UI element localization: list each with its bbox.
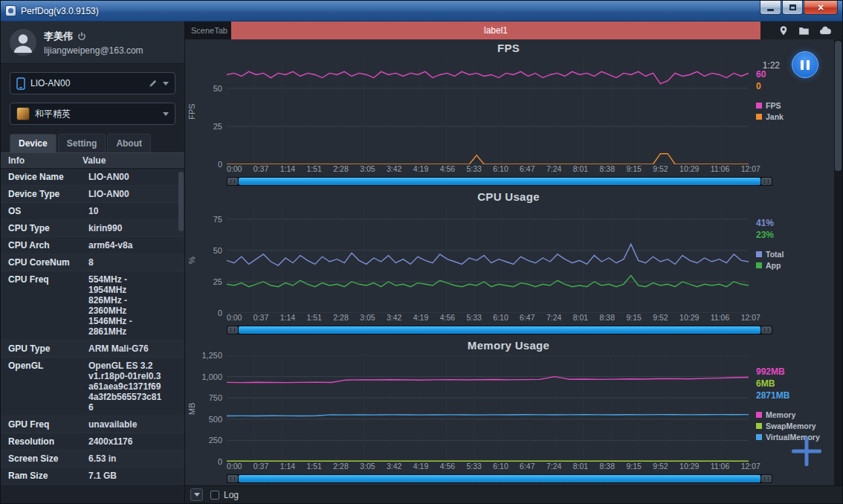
tab-setting[interactable]: Setting: [58, 134, 106, 152]
legend-item-swapmemory[interactable]: SwapMemory: [756, 421, 829, 430]
legend-item-jank[interactable]: Jank: [756, 112, 829, 121]
chart-scrollbar[interactable]: [227, 177, 772, 186]
scene-tab-label1[interactable]: label1: [231, 22, 760, 39]
legend-swatch: [756, 262, 762, 268]
info-value: 7.1 GB: [83, 468, 184, 484]
x-tick-label: 6:47: [520, 462, 534, 473]
x-tick-label: 2:28: [333, 462, 348, 473]
scene-tab-label[interactable]: SceneTab: [185, 22, 231, 39]
x-tick-label: 4:19: [413, 462, 428, 473]
table-row: Resolution2400x1176: [1, 433, 184, 450]
scene-bar-icons: [760, 22, 842, 39]
info-key: OpenGL: [1, 358, 83, 416]
legend-item-memory[interactable]: Memory: [756, 410, 829, 419]
power-icon[interactable]: [77, 32, 86, 41]
legend-item-total[interactable]: Total: [756, 250, 829, 259]
log-checkbox[interactable]: [210, 491, 219, 500]
pencil-icon[interactable]: [148, 79, 158, 88]
user-email: lijiangweipeng@163.com: [44, 45, 143, 56]
x-axis-ticks: 0:000:371:141:512:283:053:424:194:565:33…: [185, 462, 832, 473]
info-key: Screen Size: [1, 450, 83, 467]
chart-scrollbar-grip[interactable]: [761, 326, 772, 334]
log-toggle[interactable]: Log: [210, 490, 239, 500]
y-axis-ticks: 02505007501,0001,250: [198, 355, 227, 462]
legend-label: App: [766, 261, 781, 270]
minimize-button[interactable]: [760, 1, 781, 15]
info-key: GPU Type: [1, 340, 83, 357]
legend-label: Jank: [766, 112, 784, 121]
chart-scrollbar-grip[interactable]: [227, 178, 238, 185]
collapse-button[interactable]: [190, 488, 203, 501]
legend-label: FPS: [766, 101, 781, 110]
window-title: PerfDog(v3.0.9153): [21, 6, 99, 16]
current-value: 992MB: [756, 366, 829, 378]
info-value: 6.53 in: [83, 450, 184, 467]
game-logo-icon: [16, 107, 30, 120]
chart-scrollbar-thumb[interactable]: [239, 475, 760, 482]
current-value: 6MB: [756, 378, 829, 390]
legend-label: SwapMemory: [766, 421, 816, 430]
info-key: CPU Arch: [1, 237, 83, 253]
x-tick-label: 8:38: [600, 313, 615, 324]
log-label: Log: [224, 490, 239, 500]
info-key: CPU Type: [1, 220, 83, 236]
scene-bar: SceneTab label1: [185, 22, 842, 39]
tab-device[interactable]: Device: [10, 134, 56, 152]
chart-scrollbar-grip[interactable]: [761, 178, 772, 185]
x-tick-label: 12:07: [741, 462, 760, 473]
user-card: 李美伟 lijiangweipeng@163.com: [1, 22, 184, 64]
tab-about[interactable]: About: [107, 134, 151, 152]
table-row: Ram Size7.1 GB: [1, 468, 184, 485]
chart-right-panel: 600 FPSJank: [749, 58, 832, 164]
maximize-icon: [789, 4, 796, 10]
x-tick-label: 4:19: [413, 164, 428, 175]
x-tick-label: 1:14: [280, 462, 295, 473]
table-row: CPU Typekirin990: [1, 220, 184, 237]
x-tick-label: 4:56: [440, 462, 455, 473]
main-panel: SceneTab label1 FPS FPS 02550: [185, 22, 842, 503]
chart-scrollbar[interactable]: [227, 326, 772, 335]
legend-item-fps[interactable]: FPS: [756, 101, 829, 110]
chart-title: FPS: [185, 42, 832, 58]
info-value: unavailable: [83, 416, 184, 433]
maximize-button[interactable]: [782, 1, 803, 15]
main-vertical-scrollbar[interactable]: [834, 39, 842, 485]
chart-scrollbar-grip[interactable]: [761, 475, 772, 482]
legend-swatch: [756, 251, 762, 257]
chart-scrollbar-thumb[interactable]: [239, 178, 760, 185]
x-axis-ticks: 0:000:371:141:512:283:053:424:194:565:33…: [185, 313, 832, 324]
table-scrollbar[interactable]: [178, 170, 184, 502]
chart-scrollbar-thumb[interactable]: [239, 326, 760, 334]
user-name: 李美伟: [44, 30, 73, 43]
chart-scrollbar-grip[interactable]: [227, 326, 238, 334]
cloud-icon[interactable]: [819, 26, 832, 35]
folder-icon[interactable]: [798, 26, 810, 36]
table-scrollbar-thumb[interactable]: [178, 172, 184, 231]
x-tick-label: 10:29: [679, 313, 699, 324]
y-tick-label: 25: [213, 277, 222, 286]
y-axis-label: %: [185, 207, 198, 313]
perfdog-window: PerfDog(v3.0.9153) × 李美伟: [0, 0, 843, 504]
chart-scrollbar[interactable]: [227, 474, 772, 483]
x-tick-label: 3:05: [360, 164, 375, 175]
main-vertical-scrollbar-thumb[interactable]: [835, 41, 842, 171]
x-tick-label: 7:24: [546, 164, 561, 175]
table-row: CPU CoreNum8: [1, 254, 184, 271]
device-select[interactable]: LIO-AN00: [10, 72, 175, 94]
x-tick-label: 8:01: [573, 462, 588, 473]
info-key: Resolution: [1, 433, 83, 450]
pause-button[interactable]: [792, 51, 818, 78]
close-button[interactable]: ×: [804, 1, 838, 15]
x-tick-label: 1:51: [306, 313, 321, 324]
chart-scrollbar-grip[interactable]: [227, 475, 238, 482]
location-pin-icon[interactable]: [778, 25, 789, 36]
add-annotation-icon[interactable]: [790, 435, 823, 468]
info-key: CPU CoreNum: [1, 254, 83, 271]
x-tick-label: 0:00: [227, 313, 242, 324]
x-tick-label: 3:05: [360, 313, 375, 324]
titlebar[interactable]: PerfDog(v3.0.9153) ×: [1, 1, 842, 22]
legend-item-app[interactable]: App: [756, 261, 829, 270]
legend-label: Memory: [766, 410, 795, 419]
pause-icon: [801, 60, 804, 70]
app-select[interactable]: 和平精英: [10, 103, 175, 125]
